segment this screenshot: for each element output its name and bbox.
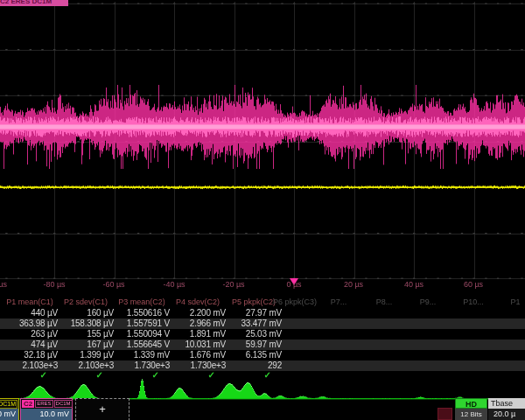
param-header-inactive[interactable]: P6 pkpk(C3) — [270, 297, 320, 307]
param-header-inactive[interactable]: P8... — [364, 297, 404, 307]
status-check-icon: ✓ — [2, 370, 47, 380]
measurement-table: P1 mean(C1)P2 sdev(C1)P3 mean(C2)P4 sdev… — [0, 295, 525, 379]
status-check-icon: ✓ — [226, 370, 271, 380]
stat-cell: 1.891 mV — [170, 329, 226, 340]
stat-row: 32.18 µV1.399 µV1.339 mV1.676 mV6.135 mV — [0, 350, 525, 360]
stat-cell: 59.97 mV — [226, 340, 282, 350]
c1-descriptor[interactable]: DC1M 0 mV — [0, 398, 19, 420]
time-tick-label: -20 µs — [207, 280, 260, 289]
status-check-icon: ✓ — [58, 370, 103, 380]
stat-cell: 1.339 mV — [114, 350, 170, 360]
grid-trace-badge[interactable]: C2 ERES DC1M — [0, 0, 68, 6]
c1-badge-row: DC1M — [0, 399, 18, 409]
histogram-trace — [0, 377, 525, 401]
stat-cell: 440 µV — [2, 308, 58, 318]
c2-descriptor[interactable]: C2 ERES DC1M 10.0 mV — [20, 398, 73, 420]
stat-cell: 10.031 mV — [170, 340, 226, 350]
time-tick-label: 20 µs — [327, 280, 380, 289]
stat-cell: 27.97 mV — [226, 308, 282, 318]
param-header-inactive[interactable]: P10... — [452, 297, 495, 307]
param-header-row: P1 mean(C1)P2 sdev(C1)P3 mean(C2)P4 sdev… — [0, 297, 525, 307]
plus-icon: + — [99, 402, 106, 416]
stat-cell: 474 µV — [2, 340, 58, 350]
stat-cell: 6.135 mV — [226, 350, 282, 360]
stat-cell: 1.550616 V — [114, 308, 170, 318]
timebase-label: Tbase — [488, 398, 525, 409]
param-header-inactive[interactable]: P9... — [408, 297, 448, 307]
time-axis: -100 µs-80 µs-60 µs-40 µs-20 µs0 µs20 µs… — [0, 278, 525, 290]
hd-label: HD — [455, 398, 487, 409]
stat-cell: 155 µV — [58, 329, 114, 340]
unidentified-badge — [438, 408, 452, 420]
time-tick-label: -60 µs — [88, 280, 140, 289]
c2-scale: 10.0 mV — [21, 409, 72, 420]
stat-cell: 1.557591 V — [114, 318, 170, 329]
param-header-p3[interactable]: P3 mean(C2) — [114, 297, 170, 307]
stat-cell: 32.18 µV — [2, 350, 58, 360]
stat-cell: 263 µV — [2, 329, 58, 340]
stat-cell: 2.200 mV — [170, 308, 226, 318]
stat-cell: 25.03 mV — [226, 329, 282, 340]
stat-cell: 158.308 µV — [58, 318, 114, 329]
status-check-icon: ✓ — [114, 370, 159, 380]
time-tick-label: 60 µs — [447, 280, 500, 289]
stat-cell: 1.550094 V — [114, 329, 170, 340]
stat-cell: 1.556645 V — [114, 340, 170, 350]
stat-cell: 160 µV — [58, 308, 114, 318]
c2-badge-row: C2 ERES DC1M — [21, 399, 72, 409]
status-check-icon: ✓ — [170, 370, 215, 380]
param-header-p1[interactable]: P1 mean(C1) — [2, 297, 58, 307]
c1-scale: 0 mV — [0, 409, 18, 420]
c1-coupling-badge: DC1M — [0, 400, 18, 409]
c2-eres-badge: ERES — [35, 400, 52, 408]
param-header-p2[interactable]: P2 sdev(C1) — [58, 297, 114, 307]
descriptor-bar: DC1M 0 mV C2 ERES DC1M 10.0 mV + HD 12 B… — [0, 398, 525, 420]
time-tick-label: -40 µs — [148, 280, 200, 289]
time-tick-label: 0 µs — [268, 280, 320, 289]
param-header-p4[interactable]: P4 sdev(C2) — [170, 297, 226, 307]
stat-cell: 2.966 mV — [170, 318, 226, 329]
c2-label-badge: C2 — [22, 400, 34, 408]
time-tick-label: 40 µs — [388, 280, 440, 289]
stat-cell: 33.477 mV — [226, 318, 282, 329]
stat-cell: 1.676 mV — [170, 350, 226, 360]
grid-trace-badge-label: C2 ERES DC1M — [0, 0, 68, 6]
hd-bits: 12 Bits — [455, 409, 487, 420]
stat-cell: 167 µV — [58, 340, 114, 350]
stat-row: 440 µV160 µV1.550616 V2.200 mV27.97 mV — [0, 308, 525, 318]
param-header-inactive[interactable]: P1 — [506, 297, 525, 307]
waveform-grid — [0, 0, 525, 289]
stat-row: 474 µV167 µV1.556645 V10.031 mV59.97 mV — [0, 340, 525, 350]
hd-mode-badge[interactable]: HD 12 Bits — [455, 398, 487, 420]
stat-cell: 363.98 µV — [2, 318, 58, 329]
timebase-descriptor[interactable]: Tbase 20.0 µ — [488, 398, 525, 420]
time-tick-label: -80 µs — [28, 280, 80, 289]
add-trace-button[interactable]: + — [75, 398, 130, 420]
stat-row: 263 µV155 µV1.550094 V1.891 mV25.03 mV — [0, 329, 525, 340]
stat-cell: 1.399 µV — [58, 350, 114, 360]
param-header-inactive[interactable]: P7... — [318, 297, 359, 307]
status-row: ✓✓✓✓✓ — [0, 370, 525, 381]
timebase-value: 20.0 µ — [488, 409, 525, 420]
c2-coupling-badge: DC1M — [54, 400, 73, 408]
stat-row: 363.98 µV158.308 µV1.557591 V2.966 mV33.… — [0, 318, 525, 329]
time-tick-label: -100 µs — [0, 280, 20, 289]
